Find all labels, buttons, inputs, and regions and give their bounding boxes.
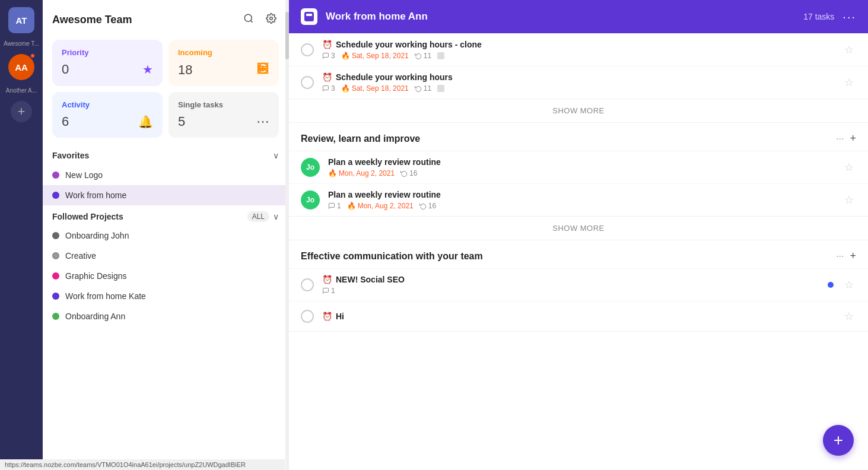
task-checkbox-6[interactable] (301, 310, 314, 323)
task-checkbox-1[interactable] (301, 43, 314, 56)
task-group-header-2: Review, learn and improve ··· + (289, 123, 868, 151)
followed-controls: ALL ∨ (247, 211, 279, 222)
stat-incoming[interactable]: Incoming 18 (168, 40, 279, 86)
fire-meta-4: 🔥 Mon, Aug 2, 2021 (347, 202, 414, 210)
priority-label: Priority (62, 48, 153, 57)
task-body-6: ⏰ Hi (322, 312, 834, 321)
sidebar-item-graphic-designs[interactable]: Graphic Designs (43, 266, 288, 286)
cycle-meta-3: 16 (400, 169, 417, 177)
fire-meta-3: 🔥 Mon, Aug 2, 2021 (328, 169, 395, 177)
group-add-button-3[interactable]: + (850, 250, 856, 262)
table-row: Jo Plan a weekly review routine 🔥 Mon, A… (289, 151, 868, 183)
star-button-1[interactable]: ☆ (842, 41, 856, 59)
urgent-icon-5: ⏰ (322, 275, 332, 284)
sidebar-team-name: Awesome Team (52, 14, 132, 26)
add-account-button[interactable]: + (11, 101, 32, 122)
sidebar-item-onboarding-ann[interactable]: Onboarding Ann (43, 306, 288, 326)
fire-meta-2: 🔥 Sat, Sep 18, 2021 (341, 84, 409, 93)
urgent-icon-6: ⏰ (322, 312, 332, 321)
star-button-3[interactable]: ☆ (842, 158, 856, 176)
task-title-5: NEW! Social SEO (336, 275, 405, 284)
task-body-5: ⏰ NEW! Social SEO 1 (322, 275, 819, 295)
activity-value: 6 (62, 114, 69, 129)
sidebar-item-work-from-home[interactable]: Work from home Work from home Ann (43, 185, 288, 205)
task-group-header-3: Effective communication with your team ·… (289, 240, 868, 268)
nav-label-new-logo: New Logo (65, 170, 103, 180)
show-more-1[interactable]: SHOW MORE (289, 99, 868, 122)
settings-button[interactable] (263, 11, 279, 29)
group-add-button-2[interactable]: + (850, 132, 856, 145)
user-label: Another A... (6, 87, 37, 94)
group-more-button-2[interactable]: ··· (836, 134, 844, 144)
group-title-3: Effective communication with your team (301, 251, 483, 262)
incoming-label: Incoming (178, 48, 269, 57)
avatar-column: AT Awesome T... AA Another A... + (0, 0, 43, 470)
task-body-4: Plan a weekly review routine 1 🔥 Mon, Au… (328, 190, 834, 210)
star-button-5[interactable]: ☆ (842, 276, 856, 294)
favorites-section-header[interactable]: Favorites ∨ (43, 146, 288, 165)
comment-meta-2: 3 (322, 84, 335, 93)
nav-label-onboarding-john: Onboarding John (65, 231, 129, 240)
svg-line-1 (250, 20, 252, 22)
nav-dot-creative (52, 252, 59, 259)
task-title-1: Schedule your working hours - clone (336, 40, 482, 49)
nav-label-work-from-home-kate: Work from home Kate (65, 291, 146, 301)
star-button-4[interactable]: ☆ (842, 191, 856, 209)
favorites-title: Favorites (52, 151, 89, 160)
table-row: ⏰ Hi ☆ (289, 301, 868, 331)
nav-label-creative: Creative (65, 251, 96, 261)
comment-meta-5: 1 (322, 287, 335, 295)
all-filter-button[interactable]: ALL (247, 211, 269, 222)
more-options-button[interactable]: ··· (842, 10, 856, 24)
nav-label-work-from-home: Work from home (65, 190, 126, 200)
task-title-6: Hi (336, 312, 344, 321)
project-icon (301, 8, 317, 25)
task-checkbox-5[interactable] (301, 278, 314, 291)
blue-dot-5 (828, 282, 834, 288)
group-more-button-3[interactable]: ··· (836, 251, 844, 262)
scrollbar-thumb[interactable] (285, 12, 289, 59)
show-more-2[interactable]: SHOW MORE (289, 216, 868, 240)
cycle-meta-1: 11 (415, 52, 431, 60)
svg-point-0 (244, 14, 252, 21)
followed-chevron-icon[interactable]: ∨ (273, 212, 279, 221)
followed-projects-header: Followed Projects ALL ∨ (43, 205, 288, 226)
task-checkbox-2[interactable] (301, 76, 314, 89)
task-meta-4: 1 🔥 Mon, Aug 2, 2021 16 (328, 202, 834, 210)
star-button-2[interactable]: ☆ (842, 74, 856, 91)
single-label: Single tasks (178, 100, 269, 109)
followed-projects-list: Onboarding John Creative Graphic Designs… (43, 226, 288, 326)
single-value: 5 (178, 114, 185, 129)
search-button[interactable] (241, 11, 256, 29)
stat-single[interactable]: Single tasks 5 ⋯ (168, 92, 279, 138)
task-meta-5: 1 (322, 287, 819, 295)
stats-grid: Priority 0 ★ Incoming 18 Activity 6 (43, 35, 288, 146)
table-row: ⏰ NEW! Social SEO 1 ☆ (289, 268, 868, 301)
stat-priority[interactable]: Priority 0 ★ (52, 40, 163, 86)
user-avatar[interactable]: AA (8, 54, 34, 80)
sidebar-item-work-from-home-kate[interactable]: Work from home Kate (43, 286, 288, 306)
task-title-3: Plan a weekly review routine (328, 157, 441, 167)
incoming-icon (256, 62, 269, 78)
nav-dot-new-logo (52, 172, 59, 179)
project-title: Work from home Ann (326, 11, 795, 23)
sidebar-item-onboarding-john[interactable]: Onboarding John (43, 226, 288, 246)
sidebar-header: Awesome Team (43, 0, 288, 35)
team-avatar[interactable]: AT (8, 7, 34, 33)
task-meta-3: 🔥 Mon, Aug 2, 2021 16 (328, 169, 834, 177)
table-row: ⏰ Schedule your working hours - clone 3 … (289, 33, 868, 66)
tag-icon-2 (437, 85, 444, 92)
sidebar-item-new-logo[interactable]: New Logo (43, 165, 288, 185)
sidebar-item-creative[interactable]: Creative (43, 246, 288, 266)
user-avatar-jo-3: Jo (301, 158, 320, 177)
nav-label-graphic-designs: Graphic Designs (65, 271, 127, 281)
stat-activity[interactable]: Activity 6 🔔 (52, 92, 163, 138)
task-title-4: Plan a weekly review routine (328, 190, 441, 199)
priority-value: 0 (62, 62, 69, 77)
star-button-6[interactable]: ☆ (842, 307, 856, 325)
cycle-meta-4: 16 (419, 202, 436, 210)
url-bar: https://teams.nozbe.com/teams/VTMO01O4in… (0, 459, 285, 470)
add-task-fab[interactable]: + (823, 425, 854, 456)
urgent-icon-1: ⏰ (322, 40, 332, 49)
comment-meta-1: 3 (322, 52, 335, 60)
